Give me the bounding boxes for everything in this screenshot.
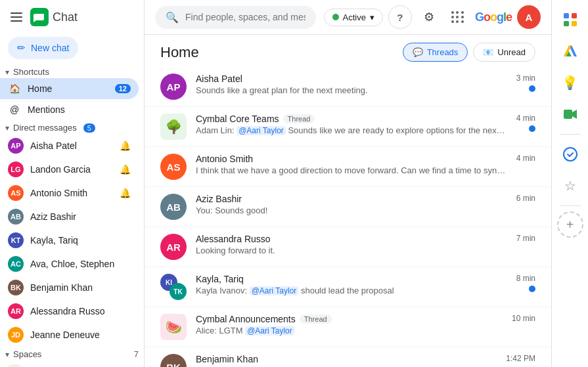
chat-time: 10 min (512, 314, 535, 323)
chat-meta: 6 min (516, 194, 535, 203)
chat-name: Cymbal Core Teams (196, 114, 279, 124)
chevron-down-icon: ▾ (5, 123, 9, 133)
sidebar-item-ava-group[interactable]: AC Ava, Chloe, Stephen (0, 252, 139, 276)
chat-meta: 4 min (516, 154, 535, 163)
sidebar-item-cymbal-core[interactable]: 🌳 Cymbal Core Teams (0, 360, 139, 367)
chat-body: Kayla, Tariq Kayla Ivanov: @Aari Taylor … (196, 274, 507, 295)
chat-list: AP Aisha Patel Sounds like a great plan … (145, 67, 551, 367)
chat-body: Alessandra Russo Looking forward to it. (196, 234, 507, 255)
unread-dot (529, 85, 535, 92)
chat-item-aziz[interactable]: AB Aziz Bashir You: Sounds good! 6 min (145, 187, 551, 227)
chat-time: 6 min (516, 194, 535, 203)
chat-body: Cymbal Announcements Thread Alice: LGTM … (196, 314, 503, 335)
threads-icon: 💬 (413, 47, 423, 57)
dm-name: Aziz Bashir (30, 211, 131, 222)
chat-preview: Sounds like a great plan for the next me… (196, 85, 507, 95)
avatar: AS (160, 154, 187, 180)
home-icon: 🏠 (8, 82, 21, 95)
unread-icon: 📧 (483, 47, 493, 57)
home-badge: 12 (115, 84, 131, 93)
pencil-icon: ✏ (17, 42, 26, 54)
add-app-button[interactable]: + (557, 211, 583, 238)
search-input[interactable] (185, 12, 305, 22)
sidebar-item-home[interactable]: 🏠 Home 12 (0, 78, 139, 99)
bell-icon: 🔔 (120, 140, 131, 151)
unread-button[interactable]: 📧 Unread (473, 43, 535, 62)
mention-tag: @Aari Taylor (237, 126, 286, 135)
bell-icon: 🔔 (120, 188, 131, 198)
apps-button[interactable] (446, 5, 470, 29)
chat-preview: Looking forward to it. (196, 246, 507, 255)
help-button[interactable]: ? (388, 5, 412, 29)
spaces-count: 7 (134, 349, 139, 359)
settings-button[interactable]: ⚙ (417, 5, 441, 29)
svg-rect-4 (572, 21, 577, 26)
main-content: 🔍 Active ▾ ? ⚙ Google (145, 0, 551, 367)
topbar-right: Active ▾ ? ⚙ Google A (324, 5, 541, 29)
chat-time: 4 min (516, 114, 535, 123)
dm-name: Aisha Patel (30, 140, 113, 151)
chat-time: 7 min (516, 234, 535, 243)
shortcuts-section[interactable]: ▾ Shortcuts (0, 64, 144, 78)
chat-preview: I think that we have a good direction to… (196, 165, 507, 175)
workspace-icon-button[interactable] (556, 5, 585, 34)
sidebar-item-alessandra[interactable]: AR Alessandra Russo (0, 299, 139, 323)
avatar: AS (8, 185, 24, 201)
shortcuts-label: Shortcuts (13, 67, 49, 77)
star-icon-button[interactable]: ☆ (556, 171, 585, 200)
space-icon: 🌳 (8, 364, 21, 367)
chat-name: Antonio Smith (196, 154, 253, 164)
threads-button[interactable]: 💬 Threads (403, 43, 468, 62)
chat-body: Cymbal Core Teams Thread Adam Lin: @Aari… (196, 114, 507, 135)
chat-item-alessandra[interactable]: AR Alessandra Russo Looking forward to i… (145, 227, 551, 267)
status-button[interactable]: Active ▾ (324, 9, 383, 26)
chat-item-benjamin[interactable]: BK Benjamin Khan You: I'll respond to th… (145, 347, 551, 367)
chat-item-cymbal-core[interactable]: 🌳 Cymbal Core Teams Thread Adam Lin: @Aa… (145, 107, 551, 147)
user-avatar[interactable]: A (517, 5, 541, 29)
avatar: KT (8, 232, 24, 248)
space-avatar: 🌳 (160, 114, 187, 140)
chat-name: Benjamin Khan (196, 354, 258, 364)
chat-name: Alessandra Russo (196, 234, 271, 244)
sidebar-item-mentions[interactable]: @ Mentions (0, 99, 139, 120)
chat-item-cymbal-announcements[interactable]: 🍉 Cymbal Announcements Thread Alice: LGT… (145, 307, 551, 347)
sidebar-item-antonio[interactable]: AS Antonio Smith 🔔 (0, 181, 139, 205)
chat-name: Kayla, Tariq (196, 274, 244, 284)
chat-item-kayla-tariq[interactable]: KI TK Kayla, Tariq Kayla Ivanov: @Aari T… (145, 267, 551, 307)
chat-item-antonio[interactable]: AS Antonio Smith I think that we have a … (145, 147, 551, 187)
chat-meta: 3 min (516, 74, 535, 92)
dm-section[interactable]: ▾ Direct messages 5 (0, 120, 144, 134)
dm-name: Antonio Smith (30, 188, 113, 198)
status-label: Active (343, 12, 366, 22)
sidebar-item-jeanne[interactable]: JD Jeanne Deneuve (0, 323, 139, 347)
mention-tag: @Aari Taylor (245, 326, 294, 335)
sidebar-item-aziz[interactable]: AB Aziz Bashir (0, 205, 139, 228)
avatar: AC (8, 256, 24, 272)
sidebar-item-aisha[interactable]: AP Aisha Patel 🔔 (0, 134, 139, 158)
new-chat-button[interactable]: ✏ New chat (8, 37, 78, 59)
avatar: AB (8, 209, 24, 225)
hamburger-menu[interactable] (11, 12, 22, 22)
group-avatar: KI TK (160, 274, 187, 300)
dm-name: Benjamin Khan (30, 282, 131, 293)
thread-tag: Thread (300, 314, 332, 324)
spaces-section[interactable]: ▾ Spaces 7 (0, 347, 144, 360)
dm-label: Direct messages (13, 123, 77, 133)
avatar: BK (8, 280, 24, 295)
topbar: 🔍 Active ▾ ? ⚙ Google (145, 0, 551, 35)
keep-icon-button[interactable]: 💡 (556, 68, 585, 97)
mentions-label: Mentions (28, 104, 131, 115)
threads-label: Threads (427, 47, 459, 57)
chat-time: 3 min (516, 74, 535, 83)
chat-item-aisha[interactable]: AP Aisha Patel Sounds like a great plan … (145, 67, 551, 107)
chat-meta: 4 min (516, 114, 535, 132)
meet-icon-button[interactable] (556, 100, 585, 129)
drive-icon-button[interactable] (556, 37, 585, 66)
sidebar-item-benjamin[interactable]: BK Benjamin Khan (0, 276, 139, 299)
sidebar-item-kayla-tariq[interactable]: KT Kayla, Tariq (0, 228, 139, 252)
tasks-icon-button[interactable] (556, 140, 585, 169)
sidebar-item-landon[interactable]: LG Landon Garcia 🔔 (0, 158, 139, 181)
chat-time: 4 min (516, 154, 535, 163)
search-box[interactable]: 🔍 (155, 6, 316, 29)
avatar: AP (8, 138, 24, 154)
